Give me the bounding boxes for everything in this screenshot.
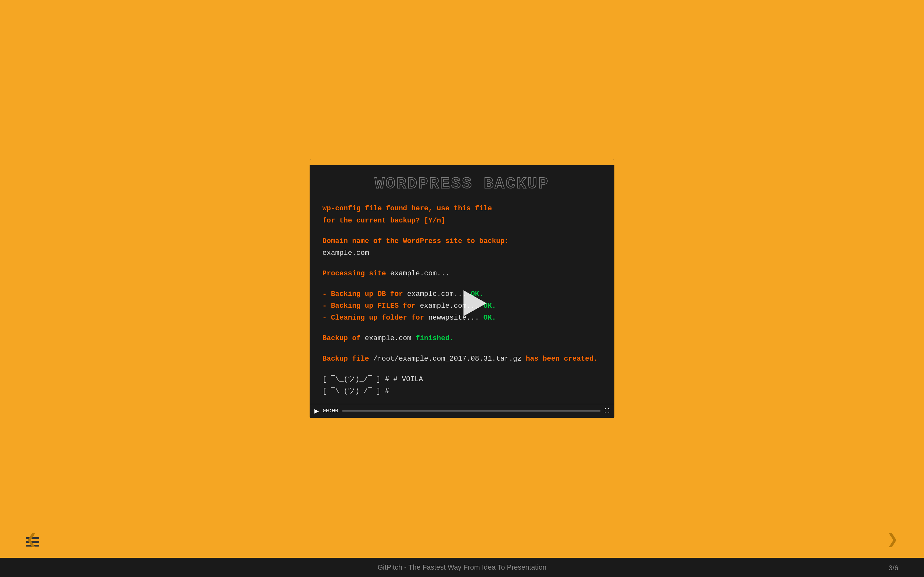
terminal-line-4: Domain name of the WordPress site to bac… [322, 235, 602, 247]
empty-line-6 [322, 365, 602, 373]
terminal-content: wp-config file found here, use this file… [319, 203, 605, 404]
slide-content: WORDPRESS BACKUP wp-config file found he… [310, 165, 614, 404]
slide-top-bar [310, 159, 614, 165]
terminal-line-18: [ ¯\ (ツ) /¯ ] # [322, 385, 602, 397]
video-controls-bar: ▶ 00:00 ⛶ [310, 404, 614, 418]
progress-bar[interactable] [342, 410, 601, 412]
terminal-line-15: Backup file /root/example.com_2017.08.31… [322, 353, 602, 365]
terminal-line-2: for the current backup? [Y/n] [322, 215, 602, 227]
play-overlay[interactable] [459, 289, 488, 318]
slide-container: WORDPRESS BACKUP wp-config file found he… [310, 159, 614, 417]
slide-title-text: WORDPRESS BACKUP [375, 175, 549, 193]
prev-button[interactable]: ❮ [26, 528, 37, 551]
footer-text: GitPitch - The Fastest Way From Idea To … [378, 563, 547, 572]
empty-line-3 [322, 279, 602, 288]
play-button[interactable] [459, 289, 488, 318]
empty-line-1 [322, 227, 602, 235]
terminal-line-7: Processing site example.com... [322, 268, 602, 279]
empty-line-5 [322, 345, 602, 353]
terminal-line-1: wp-config file found here, use this file [322, 203, 602, 214]
next-button[interactable]: ❯ [887, 528, 898, 551]
fullscreen-button[interactable]: ⛶ [604, 408, 610, 414]
terminal-line-17: [ ¯\_(ツ)_/¯ ] # # VOILA [322, 374, 602, 385]
play-pause-button[interactable]: ▶ [314, 408, 319, 414]
slide-title: WORDPRESS BACKUP [319, 175, 605, 193]
terminal-line-5: example.com [322, 247, 602, 259]
empty-line-2 [322, 259, 602, 268]
empty-line-4 [322, 324, 602, 332]
time-display: 00:00 [323, 408, 338, 414]
slide-counter: 3/6 [888, 564, 898, 572]
footer: GitPitch - The Fastest Way From Idea To … [0, 558, 924, 577]
terminal-line-13: Backup of example.com finished. [322, 332, 602, 344]
